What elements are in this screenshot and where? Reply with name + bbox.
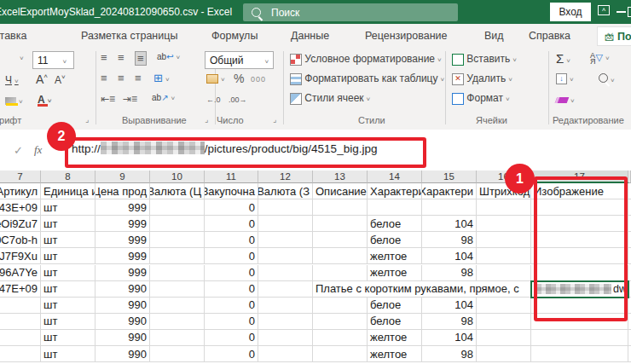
cell[interactable] [0, 346, 41, 362]
underline-button[interactable]: Ч [5, 74, 19, 86]
cell[interactable]: 104 [422, 298, 477, 314]
cell[interactable] [258, 216, 313, 232]
cell[interactable]: 999 [96, 248, 150, 264]
maximize-icon[interactable] [628, 7, 631, 17]
cell[interactable] [150, 281, 205, 298]
tab-formulas[interactable]: Формулы [211, 30, 258, 42]
cell[interactable] [0, 314, 41, 330]
cell[interactable] [258, 346, 313, 362]
cell[interactable]: белое [368, 298, 422, 314]
decrease-indent-button[interactable]: ⇤≡ [101, 93, 115, 105]
tab-page-layout[interactable]: Разметка страницы [81, 30, 177, 42]
cell[interactable]: 0C7ob-h [0, 232, 41, 248]
autosum-button[interactable]: Σ [556, 51, 570, 66]
cell[interactable] [313, 232, 368, 248]
number-format-select[interactable]: Общий [205, 51, 274, 69]
cell[interactable]: желтое [368, 248, 422, 264]
cell[interactable]: 98 [422, 232, 477, 248]
share-button[interactable]: 🖄 Поделиться [597, 26, 631, 46]
cell[interactable]: 990 [96, 330, 150, 346]
cell[interactable]: шт [41, 314, 96, 330]
comma-style-button[interactable]: 000 [251, 75, 266, 84]
column-header-11[interactable]: 11 [205, 170, 258, 183]
cell[interactable]: белое [368, 232, 422, 248]
conditional-formatting-button[interactable]: Условное форматирование [290, 53, 442, 66]
accounting-format-button[interactable] [206, 72, 225, 84]
header-cell[interactable]: Артикул [0, 183, 41, 199]
align-bottom-button[interactable]: ≡ [135, 51, 147, 66]
header-cell[interactable]: Характери [368, 183, 422, 199]
cell[interactable] [258, 314, 313, 330]
cell[interactable]: шт [41, 248, 96, 264]
cell[interactable]: 104 [422, 216, 477, 232]
cell[interactable] [313, 216, 368, 232]
shrink-font-button[interactable]: А˅ [55, 73, 66, 86]
sort-filter-button[interactable]: АЯ▽ [590, 52, 610, 65]
cell[interactable] [258, 330, 313, 346]
align-middle-button[interactable]: ≡ [118, 51, 124, 64]
tab-insert[interactable]: Вставка [0, 30, 26, 42]
cell[interactable]: 104 [422, 248, 477, 264]
cell[interactable] [150, 216, 205, 232]
column-header-7[interactable]: 7 [0, 170, 41, 183]
cell[interactable] [531, 346, 628, 362]
cell[interactable] [150, 298, 205, 314]
cell[interactable]: 0 [205, 248, 258, 264]
alignment-dialog-launcher-icon[interactable]: ⌟ [205, 115, 208, 124]
cell[interactable]: 0 [205, 216, 258, 232]
header-cell[interactable]: Характери [422, 183, 477, 199]
cell[interactable] [477, 314, 531, 330]
cell[interactable]: 0 [205, 232, 258, 248]
increase-indent-button[interactable]: ⇥≡ [123, 93, 137, 105]
column-header-13[interactable]: 13 [313, 170, 368, 183]
cell[interactable]: 999 [96, 199, 150, 216]
cell[interactable]: шт [41, 216, 96, 232]
cell[interactable] [0, 298, 41, 314]
cell[interactable]: giJ7F9Xu [0, 248, 41, 264]
column-header-14[interactable]: 14 [368, 170, 422, 183]
cell[interactable] [477, 346, 531, 362]
enter-check-icon[interactable]: ✓ [14, 144, 23, 157]
cell[interactable]: белое [368, 216, 422, 232]
increase-decimal-button[interactable]: ←.0 [206, 95, 221, 104]
find-select-button[interactable] [590, 73, 615, 85]
align-right-button[interactable]: ≡ [135, 72, 142, 84]
cell[interactable] [313, 248, 368, 264]
cell[interactable] [531, 330, 628, 346]
cell[interactable]: 0 [205, 346, 258, 362]
minimize-icon[interactable] [617, 11, 626, 13]
cell-styles-button[interactable]: Стили ячеек [290, 92, 370, 105]
cell[interactable]: 0 [205, 314, 258, 330]
cell[interactable] [258, 232, 313, 248]
cell[interactable] [313, 330, 368, 346]
column-header-12[interactable]: 12 [258, 170, 313, 183]
cell[interactable] [258, 248, 313, 264]
wrap-text-button[interactable]: ab↩ [157, 52, 180, 61]
cell[interactable] [477, 232, 531, 248]
cell[interactable]: 999 [96, 216, 150, 232]
cell[interactable]: шт [41, 232, 96, 248]
cell[interactable] [258, 199, 313, 216]
align-top-button[interactable]: ≡ [101, 51, 107, 64]
cell[interactable]: желтое [368, 265, 422, 281]
column-header-15[interactable]: 15 [422, 170, 477, 183]
cell[interactable]: 990 [96, 314, 150, 330]
cell[interactable] [477, 265, 531, 281]
cell[interactable]: eOi9Zu7 [0, 216, 41, 232]
header-cell[interactable]: Цена прод [96, 183, 150, 199]
cell[interactable] [477, 248, 531, 264]
cell[interactable] [477, 199, 531, 216]
number-dialog-launcher-icon[interactable]: ⌟ [273, 115, 276, 124]
cell[interactable] [477, 298, 531, 314]
cell[interactable] [150, 232, 205, 248]
cell[interactable] [313, 314, 368, 330]
cell[interactable] [477, 216, 531, 232]
percent-style-button[interactable]: % [234, 72, 244, 85]
cell[interactable]: 98 [422, 314, 477, 330]
cell[interactable]: желтое [368, 330, 422, 346]
cell[interactable]: шт [41, 346, 96, 362]
cell[interactable]: 999 [96, 265, 150, 281]
cell[interactable] [313, 346, 368, 362]
cell[interactable] [422, 199, 477, 216]
cell[interactable] [0, 330, 41, 346]
